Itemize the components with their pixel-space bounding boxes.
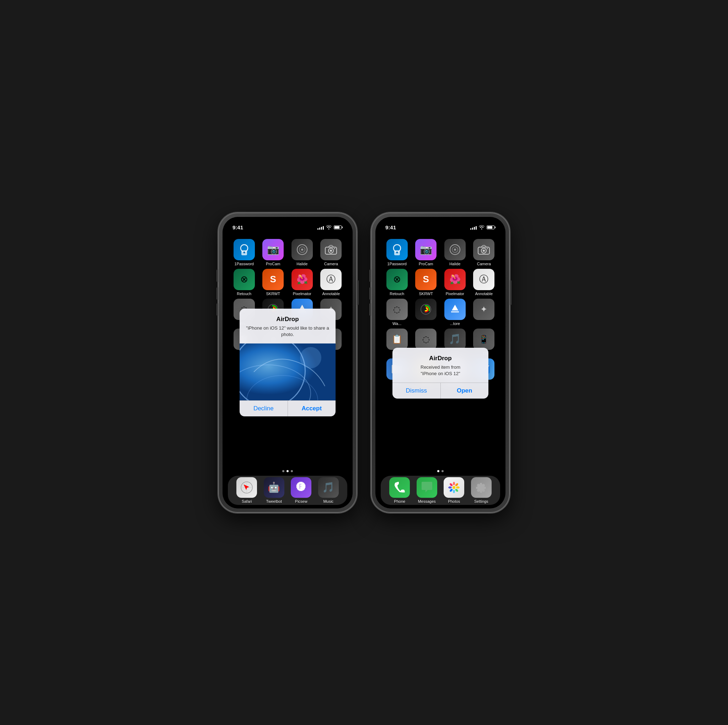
alert-image-left <box>240 344 336 400</box>
alert-content-right: AirDrop Received item from"iPhone on iOS… <box>392 348 488 382</box>
decline-button[interactable]: Decline <box>240 401 288 416</box>
alert-overlay-left: AirDrop "iPhone on iOS 12" would like to… <box>223 217 353 508</box>
screen-content-left: 9:41 <box>223 217 353 508</box>
dismiss-button[interactable]: Dismiss <box>392 383 441 399</box>
alert-message-right: Received item from"iPhone on iOS 12" <box>398 364 483 377</box>
alert-box-right: AirDrop Received item from"iPhone on iOS… <box>392 348 488 399</box>
alert-buttons-left: Decline Accept <box>240 400 336 416</box>
phone-left: 9:41 <box>218 213 357 513</box>
alert-box-left: AirDrop "iPhone on iOS 12" would like to… <box>240 309 336 416</box>
alert-overlay-right: AirDrop Received item from"iPhone on iOS… <box>375 217 505 508</box>
svg-rect-18 <box>240 344 336 400</box>
alert-content-left: AirDrop "iPhone on iOS 12" would like to… <box>240 309 336 344</box>
svg-point-21 <box>300 347 321 369</box>
alert-title-left: AirDrop <box>245 316 330 323</box>
alert-message-left: "iPhone on iOS 12" would like to share a… <box>245 325 330 338</box>
phone-right: 9:41 <box>371 213 510 513</box>
alert-title-right: AirDrop <box>398 355 483 362</box>
phone-screen-right: 9:41 <box>375 217 505 508</box>
screen-content-right: 9:41 <box>375 217 505 508</box>
alert-buttons-right: Dismiss Open <box>392 382 488 399</box>
open-button[interactable]: Open <box>441 383 489 399</box>
accept-button[interactable]: Accept <box>288 401 336 416</box>
phone-screen-left: 9:41 <box>223 217 353 508</box>
